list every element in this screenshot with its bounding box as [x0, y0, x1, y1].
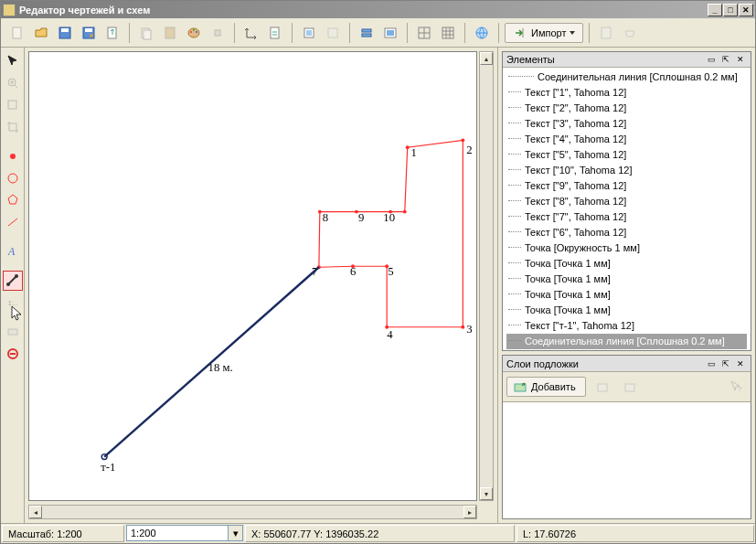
svg-rect-32 [8, 329, 17, 335]
line-tool[interactable] [3, 212, 23, 232]
layers-doc-icon[interactable] [264, 22, 286, 44]
open-icon[interactable] [30, 22, 52, 44]
grid1-icon[interactable] [413, 22, 435, 44]
tree-row[interactable]: Текст ["1", Tahoma 12] [506, 85, 747, 101]
doc-b-icon[interactable] [619, 22, 641, 44]
grid2-icon[interactable] [437, 22, 459, 44]
tree-row[interactable]: Текст ["2", Tahoma 12] [506, 101, 747, 116]
palette-icon[interactable] [183, 22, 205, 44]
svg-rect-22 [442, 27, 453, 38]
layer-help-icon[interactable]: ? [725, 376, 747, 398]
tree-indent [508, 123, 521, 123]
horizontal-scrollbar[interactable]: ◂ ▸ [28, 505, 477, 519]
move-icon[interactable] [207, 22, 229, 44]
list-icon[interactable] [298, 22, 320, 44]
layers-list[interactable] [503, 402, 751, 518]
svg-rect-18 [362, 34, 371, 37]
svg-point-31 [15, 274, 18, 278]
node-label-8: 8 [323, 211, 328, 224]
layer-action2-icon[interactable] [619, 376, 641, 398]
scroll-left-icon[interactable]: ◂ [29, 506, 42, 518]
tree-row[interactable]: Текст ["7", Tahoma 12] [506, 209, 747, 225]
new-icon[interactable] [6, 22, 28, 44]
tree-row[interactable]: Текст ["5", Tahoma 12] [506, 147, 747, 163]
pointer-tool[interactable] [3, 51, 23, 71]
minimize-button[interactable]: _ [708, 4, 722, 16]
measure-tool[interactable] [3, 271, 23, 291]
layers-toolbar: Добавить ? [503, 372, 751, 402]
tree-row-label: Точка [Точка 1 мм] [525, 288, 611, 302]
svg-rect-49 [625, 384, 634, 391]
copy-icon[interactable] [135, 22, 157, 44]
tree-row[interactable]: Точка [Точка 1 мм] [506, 272, 747, 287]
paste-icon[interactable] [159, 22, 181, 44]
tree-row[interactable]: Текст ["3", Tahoma 12] [506, 116, 747, 132]
scale-tool[interactable]: 1:.. [3, 293, 23, 313]
scale-combo[interactable]: ▾ [126, 525, 243, 541]
panel-pin-icon[interactable]: ⇱ [719, 53, 732, 66]
maximize-button[interactable]: □ [723, 4, 738, 16]
align2-icon[interactable] [379, 22, 401, 44]
scroll-down-icon[interactable]: ▾ [480, 487, 493, 500]
doc-a-icon[interactable] [595, 22, 617, 44]
tree-row-label: Текст ["4", Tahoma 12] [525, 133, 626, 146]
drawing-canvas[interactable]: 1 2 3 4 5 6 7 8 9 10 [28, 51, 477, 501]
export-icon[interactable] [101, 22, 123, 44]
text-tool[interactable]: A [3, 241, 23, 261]
tree-row[interactable]: Точка [Точка 1 мм] [506, 287, 747, 303]
tree-row-label: Текст ["6", Tahoma 12] [525, 226, 626, 240]
tree-row-label: Точка [Окружность 1 мм] [525, 241, 640, 255]
import-icon [513, 26, 527, 40]
circle-tool[interactable] [3, 168, 23, 188]
zoom-out-tool[interactable] [3, 95, 23, 115]
svg-point-34 [406, 145, 410, 149]
scroll-right-icon[interactable]: ▸ [463, 506, 476, 518]
list2-icon[interactable] [322, 22, 344, 44]
tree-row[interactable]: Соединительная линия [Сплошная 0.2 мм] [506, 334, 747, 349]
point-tool[interactable] [3, 146, 23, 166]
close-button[interactable]: ✕ [739, 4, 753, 16]
tree-row[interactable]: Текст ["18 м.", Tahoma 12] [506, 349, 747, 350]
tree-row[interactable]: Текст ["6", Tahoma 12] [506, 225, 747, 240]
panel-pin-icon[interactable]: ⇱ [719, 357, 732, 370]
svg-rect-7 [144, 30, 151, 39]
tree-indent [508, 200, 521, 201]
polygon-tool[interactable] [3, 190, 23, 210]
zoom-in-tool[interactable] [3, 73, 23, 93]
save-as-icon[interactable] [78, 22, 100, 44]
tree-indent [508, 138, 521, 139]
cancel-tool[interactable] [3, 344, 23, 364]
tree-row[interactable]: Точка [Окружность 1 мм] [506, 240, 747, 256]
save-icon[interactable] [54, 22, 76, 44]
tree-row[interactable]: Точка [Точка 1 мм] [506, 256, 747, 272]
scroll-up-icon[interactable]: ▴ [480, 52, 493, 65]
tree-row[interactable]: Точка [Точка 1 мм] [506, 303, 747, 318]
chevron-down-icon[interactable]: ▾ [228, 526, 242, 540]
tree-row[interactable]: Соединительная линия [Сплошная 0.2 мм] [506, 69, 747, 85]
layers-tool[interactable] [3, 322, 23, 342]
panel-window-icon[interactable]: ▭ [705, 357, 718, 370]
svg-rect-14 [271, 27, 279, 38]
svg-rect-2 [61, 28, 69, 32]
add-layer-button[interactable]: Добавить [506, 377, 586, 397]
tree-row[interactable]: Текст ["8", Tahoma 12] [506, 194, 747, 209]
tree-row[interactable]: Текст ["10", Tahoma 12] [506, 163, 747, 178]
tree-indent [508, 309, 521, 310]
panel-close-icon[interactable]: ✕ [734, 53, 747, 66]
align1-icon[interactable] [356, 22, 378, 44]
layer-action1-icon[interactable] [591, 376, 613, 398]
vertical-scrollbar[interactable]: ▴ ▾ [479, 51, 494, 501]
import-button[interactable]: Импорт [505, 23, 583, 43]
axes-icon[interactable] [240, 22, 262, 44]
tree-row[interactable]: Текст ["4", Tahoma 12] [506, 132, 747, 147]
scale-input[interactable] [127, 528, 228, 539]
globe-icon[interactable] [471, 22, 493, 44]
panel-close-icon[interactable]: ✕ [734, 357, 747, 370]
panel-window-icon[interactable]: ▭ [705, 53, 718, 66]
elements-tree[interactable]: Соединительная линия [Сплошная 0.2 мм]Те… [503, 68, 751, 350]
tree-row[interactable]: Текст ["т-1", Tahoma 12] [506, 318, 747, 334]
crop-tool[interactable] [3, 117, 23, 137]
tree-row[interactable]: Текст ["9", Tahoma 12] [506, 178, 747, 194]
tree-row-label: Текст ["3", Tahoma 12] [525, 117, 626, 131]
tree-row-label: Текст ["8", Tahoma 12] [525, 195, 626, 208]
